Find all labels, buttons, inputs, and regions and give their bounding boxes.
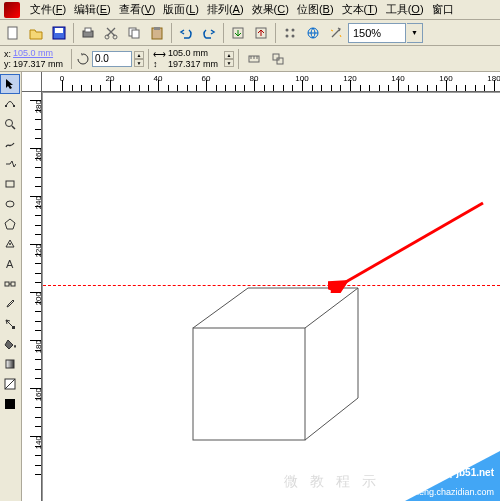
export-button[interactable] xyxy=(250,22,272,44)
svg-rect-22 xyxy=(13,105,15,107)
menu-tools[interactable]: 工具(O) xyxy=(382,0,428,19)
cut-button[interactable] xyxy=(100,22,122,44)
paste-button[interactable] xyxy=(146,22,168,44)
svg-rect-20 xyxy=(277,58,283,64)
svg-rect-8 xyxy=(132,30,139,38)
svg-point-13 xyxy=(286,28,289,31)
save-button[interactable] xyxy=(48,22,70,44)
width-field[interactable] xyxy=(168,48,222,59)
menu-bar: 文件(F) 编辑(E) 查看(V) 版面(L) 排列(A) 效果(C) 位图(B… xyxy=(0,0,500,20)
vertical-ruler[interactable]: 280260240220200180160140 xyxy=(22,92,42,501)
svg-point-23 xyxy=(6,120,13,127)
svg-rect-2 xyxy=(55,28,63,33)
size-spinner[interactable]: ▲▼ xyxy=(224,51,234,67)
rotation-field[interactable] xyxy=(92,51,132,67)
polygon-tool[interactable] xyxy=(0,214,20,234)
standard-toolbar: 150% ▼ xyxy=(0,20,500,46)
rotation-icon xyxy=(76,52,90,66)
xy-labels: x:y: xyxy=(4,49,11,69)
height-field[interactable] xyxy=(168,59,222,70)
blend-tool[interactable] xyxy=(0,274,20,294)
svg-rect-30 xyxy=(12,326,15,329)
svg-point-15 xyxy=(286,34,289,37)
menu-arrange[interactable]: 排列(A) xyxy=(203,0,248,19)
app-launcher-button[interactable] xyxy=(279,22,301,44)
property-bar: x:y: ▲▼ ⟷↕ ▲▼ xyxy=(0,46,500,72)
ellipse-tool[interactable] xyxy=(0,194,20,214)
import-button[interactable] xyxy=(227,22,249,44)
shape-tool[interactable] xyxy=(0,94,20,114)
open-button[interactable] xyxy=(25,22,47,44)
print-button[interactable] xyxy=(77,22,99,44)
pick-tool[interactable] xyxy=(0,74,20,94)
copy-button[interactable] xyxy=(123,22,145,44)
text-tool[interactable]: A xyxy=(0,254,20,274)
new-button[interactable] xyxy=(2,22,24,44)
canvas-area: 020406080100120140160180 280260240220200… xyxy=(22,72,500,501)
menu-window[interactable]: 窗口 xyxy=(428,0,458,19)
duplicate-distance-button[interactable] xyxy=(267,48,289,70)
freehand-tool[interactable] xyxy=(0,134,20,154)
no-fill-swatch[interactable] xyxy=(0,374,20,394)
svg-rect-4 xyxy=(85,28,91,32)
eyedropper-tool[interactable] xyxy=(0,294,20,314)
svg-rect-19 xyxy=(273,54,279,60)
ruler-origin[interactable] xyxy=(22,72,42,92)
zoom-input[interactable]: 150% xyxy=(348,23,406,43)
x-position-field[interactable] xyxy=(13,48,67,59)
watermark: 看字典 jb51.net jiaocheng.chazidian.com xyxy=(320,451,500,501)
svg-point-14 xyxy=(292,28,295,31)
y-position-field[interactable] xyxy=(13,59,67,70)
svg-rect-29 xyxy=(11,282,15,286)
svg-rect-0 xyxy=(8,27,17,39)
smart-draw-tool[interactable] xyxy=(0,154,20,174)
undo-button[interactable] xyxy=(175,22,197,44)
svg-rect-10 xyxy=(154,27,160,30)
svg-rect-31 xyxy=(6,360,14,368)
rotation-spinner[interactable]: ▲▼ xyxy=(134,51,144,67)
menu-effects[interactable]: 效果(C) xyxy=(248,0,293,19)
zoom-dropdown[interactable]: ▼ xyxy=(407,23,423,43)
svg-point-26 xyxy=(9,243,11,245)
menu-text[interactable]: 文本(T) xyxy=(338,0,382,19)
zoom-tool[interactable] xyxy=(0,114,20,134)
menu-edit[interactable]: 编辑(E) xyxy=(70,0,115,19)
annotation-arrow xyxy=(328,198,488,293)
drawing-canvas[interactable]: 微 教 程 示 看字典 jb51.net jiaocheng.chazidian… xyxy=(42,92,500,501)
outline-tool[interactable] xyxy=(0,314,20,334)
svg-rect-34 xyxy=(193,328,305,440)
workspace: A 020406080100120140160180 2802602402202… xyxy=(0,72,500,501)
menu-file[interactable]: 文件(F) xyxy=(26,0,70,19)
rectangle-tool[interactable] xyxy=(0,174,20,194)
svg-point-16 xyxy=(292,34,295,37)
svg-text:A: A xyxy=(6,258,14,270)
wand-button[interactable] xyxy=(325,22,347,44)
menu-bitmap[interactable]: 位图(B) xyxy=(293,0,338,19)
units-button[interactable] xyxy=(243,48,265,70)
app-icon xyxy=(4,2,20,18)
basic-shapes-tool[interactable] xyxy=(0,234,20,254)
toolbox: A xyxy=(0,72,22,501)
cube-shape[interactable] xyxy=(183,283,363,453)
menu-layout[interactable]: 版面(L) xyxy=(159,0,202,19)
svg-rect-24 xyxy=(6,181,14,187)
svg-point-25 xyxy=(6,201,14,207)
menu-view[interactable]: 查看(V) xyxy=(115,0,160,19)
fill-tool[interactable] xyxy=(0,334,20,354)
horizontal-ruler[interactable]: 020406080100120140160180 xyxy=(42,72,500,92)
svg-rect-28 xyxy=(5,282,9,286)
redo-button[interactable] xyxy=(198,22,220,44)
svg-rect-33 xyxy=(5,399,15,409)
size-icon: ⟷↕ xyxy=(153,49,166,69)
svg-line-35 xyxy=(344,203,483,283)
interactive-fill-tool[interactable] xyxy=(0,354,20,374)
corel-online-button[interactable] xyxy=(302,22,324,44)
svg-rect-21 xyxy=(5,105,7,107)
black-fill-swatch[interactable] xyxy=(0,394,20,414)
